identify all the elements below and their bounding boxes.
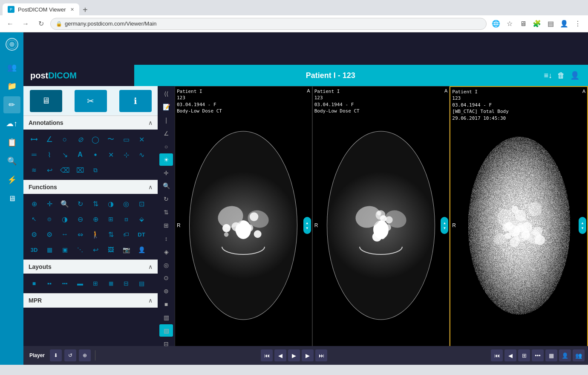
ruler-tool[interactable] (27, 132, 41, 147)
split-v-btn[interactable]: ▥ (159, 312, 173, 324)
dot-tool[interactable]: • (88, 147, 103, 162)
player-layout2-btn[interactable]: ▦ (545, 349, 557, 361)
zoom-func[interactable]: 🔍 (58, 196, 72, 211)
image2-func[interactable]: 📷 (119, 242, 133, 257)
annotations-header[interactable]: Annotations ∧ (23, 116, 158, 130)
user-icon[interactable]: 👤 (570, 71, 579, 80)
cursor4-func[interactable]: ⋱ (73, 242, 87, 257)
player-prev-btn[interactable]: ◀ (274, 349, 286, 361)
reload-button[interactable]: ↻ (35, 18, 47, 30)
layout-1x1[interactable]: ■ (27, 276, 41, 291)
freehand-tool[interactable]: 〜 (104, 132, 118, 147)
flip-v-btn[interactable]: ⇅ (159, 206, 173, 219)
layout-2x3[interactable]: ▦ (104, 276, 118, 291)
line-tool[interactable]: ═ (27, 147, 41, 162)
crop3-func[interactable]: ⊡ (134, 196, 149, 211)
layout-1x2[interactable]: ▪▪ (42, 276, 57, 291)
forward-button[interactable]: → (20, 18, 32, 30)
viewer2-scroll[interactable]: ▲ ▼ (441, 217, 448, 234)
tab-tools[interactable]: ✂ (75, 90, 107, 112)
cross-tool[interactable]: ✕ (134, 132, 149, 147)
ruler-v-btn[interactable]: | (159, 114, 173, 127)
layout-1x3[interactable]: ▪▪▪ (58, 276, 72, 291)
delete-tool[interactable]: ✕ (104, 147, 118, 162)
wave-tool[interactable]: ∿ (134, 147, 149, 162)
arrows-h-func[interactable]: ↔ (58, 227, 72, 242)
back-button[interactable]: ← (4, 18, 16, 30)
player-skip-back-btn[interactable]: ⏮ (261, 349, 273, 361)
address-bar[interactable]: 🔒 germany.postdicom.com/Viewer/Main (50, 18, 487, 30)
extension-button[interactable]: 🧩 (531, 18, 543, 30)
browser-tab[interactable]: P PostDICOM Viewer ✕ (3, 3, 79, 15)
cycle-v-btn[interactable]: ⊚ (159, 285, 173, 297)
cast-button[interactable]: 🖥 (517, 18, 529, 30)
pan-v-btn[interactable]: ⊞ (159, 219, 173, 232)
player-more-btn[interactable]: ••• (532, 349, 544, 361)
layout-2x2[interactable]: ⊞ (88, 276, 103, 291)
sidebar-search-icon[interactable]: 🔍 (3, 153, 20, 170)
player-users-btn[interactable]: 👥 (573, 349, 585, 361)
sort-func[interactable]: ⇅ (104, 227, 118, 242)
viewer1-image[interactable] (175, 87, 312, 364)
arrow-tool[interactable]: ↘ (58, 147, 72, 162)
new-tab-button[interactable]: + (79, 4, 91, 15)
collapse-toolbar-btn[interactable]: ⟨⟨ (159, 88, 173, 100)
circle3-func[interactable]: ◎ (119, 196, 133, 211)
clock-v-btn[interactable]: ⊙ (159, 272, 173, 284)
sidebar-connect-icon[interactable]: ⚡ (3, 171, 20, 188)
player-reset-btn[interactable]: ↺ (64, 349, 76, 361)
filter-func[interactable]: ⧈ (119, 212, 133, 226)
wave2-tool[interactable]: ≋ (27, 163, 41, 177)
sidebar-folder-icon[interactable]: 📁 (3, 78, 20, 95)
player-back2-btn[interactable]: ⏮ (491, 349, 503, 361)
player-layout-btn[interactable]: ⊞ (518, 349, 530, 361)
tools-scrollable[interactable]: Annotations ∧ ∠ ○ (23, 116, 158, 365)
viewer1-scroll[interactable]: ▲ ▼ (303, 217, 311, 234)
trash-icon[interactable]: 🗑 (557, 71, 565, 80)
bookmark-button[interactable]: ☆ (504, 18, 516, 30)
brightness-func[interactable]: ◑ (58, 212, 72, 226)
person2-func[interactable]: 👤 (134, 242, 149, 257)
functions-header[interactable]: Functions ∧ (23, 180, 158, 194)
invert-v-btn[interactable]: ◈ (159, 245, 173, 258)
copy-tool[interactable]: ⧉ (88, 163, 103, 177)
angle-tool[interactable]: ∠ (42, 132, 57, 147)
player-skip-fwd-btn[interactable]: ⏭ (315, 349, 327, 361)
person-func[interactable]: 🚶 (88, 227, 103, 242)
eraser-tool[interactable]: ⌫ (58, 163, 72, 177)
profile-button[interactable]: 👤 (558, 18, 570, 30)
player-prev2-btn[interactable]: ◀ (504, 349, 516, 361)
zoom-v-btn[interactable]: 🔍 (159, 180, 173, 192)
zoom-out-func[interactable]: ⊖ (73, 212, 87, 226)
brightness-v-btn[interactable]: ☀ (159, 153, 173, 166)
cursor3-func[interactable]: ↖ (27, 212, 41, 226)
sort-icon[interactable]: ≡↓ (544, 71, 552, 80)
invert-func[interactable]: ⬙ (134, 212, 149, 226)
ellipse-tool[interactable]: ⊘ (73, 132, 87, 147)
crosshair-func[interactable]: ⊕ (27, 196, 41, 211)
layouts-header[interactable]: Layouts ∧ (23, 260, 158, 274)
layout-special2[interactable]: ▤ (134, 276, 149, 291)
stack-v-btn[interactable]: ↕ (159, 232, 173, 245)
sidebar-button[interactable]: ▤ (545, 18, 556, 30)
viewer3-image[interactable] (450, 87, 587, 364)
undo-tool[interactable]: ↩ (42, 163, 57, 177)
arrows-h2-func[interactable]: ⇔ (73, 227, 87, 242)
tab-close-button[interactable]: ✕ (70, 7, 74, 12)
tag-func[interactable]: 🏷 (119, 227, 133, 242)
ellipse2-tool[interactable]: ◯ (88, 132, 103, 147)
grid-func[interactable]: ⊞ (104, 212, 118, 226)
settings2-func[interactable]: ⚙ (42, 227, 57, 242)
sidebar-users-icon[interactable]: 👥 (3, 59, 20, 76)
lasso3-func[interactable]: ⌾ (42, 212, 57, 226)
text-tool[interactable]: A (73, 147, 87, 162)
rotate-func[interactable]: ↻ (73, 196, 87, 211)
angle-v-btn[interactable]: ∠ (159, 127, 173, 140)
translate-button[interactable]: 🌐 (490, 18, 502, 30)
viewer2-image[interactable] (313, 87, 450, 364)
player-play-btn[interactable]: ▶ (288, 349, 300, 361)
mpr-header[interactable]: MPR ∧ (23, 294, 158, 307)
grid3-func[interactable]: ▣ (58, 242, 72, 257)
circle-v-btn[interactable]: ○ (159, 140, 173, 153)
rect-tool[interactable]: ▭ (119, 132, 133, 147)
